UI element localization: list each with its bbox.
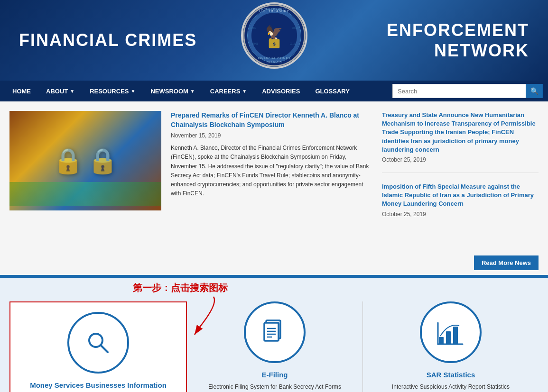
nav-resources[interactable]: RESOURCES▼ [82, 81, 143, 101]
padlock-icon-2: 🔒 [87, 146, 118, 175]
svg-rect-23 [439, 337, 444, 344]
nav-careers[interactable]: CAREERS▼ [203, 81, 254, 101]
efiling-icon-title: E-Filing [262, 371, 288, 379]
site-header: FINANCIAL CRIMES 🦅 $ U.S. TREASURY NETWO… [0, 0, 548, 81]
resources-arrow-icon: ▼ [130, 89, 135, 94]
news-item-2-date: October 25, 2019 [382, 211, 539, 218]
svg-text:NETWORK: NETWORK [266, 60, 281, 63]
about-arrow-icon: ▼ [70, 89, 74, 94]
svg-text:00101: 00101 [290, 43, 296, 45]
document-icon [260, 318, 289, 346]
icons-section: Money Services Businesses Information MS… [0, 278, 548, 392]
icons-area: 第一步：点击搜索图标 Money Services Businesses Inf… [0, 278, 548, 392]
icon-block-sar[interactable]: SAR Statistics Interactive Suspicious Ac… [363, 301, 539, 392]
news-item-2-title[interactable]: Imposition of Fifth Special Measure agai… [382, 182, 539, 209]
svg-text:11001: 11001 [251, 43, 258, 45]
main-nav: HOME ABOUT▼ RESOURCES▼ NEWSROOM▼ CAREERS… [0, 81, 548, 101]
annotation-text: 第一步：点击搜索图标 [133, 282, 228, 294]
padlock-icon-1: 🔒 [53, 146, 84, 175]
logo-circle: 🦅 $ U.S. TREASURY NETWORK 01001 10010 11… [241, 2, 307, 69]
featured-news-date: November 15, 2019 [171, 132, 372, 139]
careers-arrow-icon: ▼ [242, 89, 247, 94]
read-more-row: Read More News [0, 251, 548, 275]
annotation-arrow [171, 294, 228, 339]
svg-rect-24 [446, 331, 451, 344]
nav-newsroom[interactable]: NEWSROOM▼ [143, 81, 202, 101]
featured-news-section: 🔒 🔒 Prepared Remarks of FinCEN Director … [9, 111, 372, 237]
chart-icon [437, 318, 465, 346]
featured-news-image: 🔒 🔒 [9, 111, 161, 210]
nav-glossary[interactable]: GLOSSARY [307, 81, 357, 101]
search-icon [84, 328, 112, 357]
efiling-icon-desc: Electronic Filing System for Bank Secrec… [208, 383, 341, 391]
svg-text:01001: 01001 [250, 27, 256, 29]
news-item-1: Treasury and State Announce New Humanita… [382, 111, 539, 173]
svg-rect-25 [453, 327, 458, 344]
svg-text:FINANCIAL CRIMES: FINANCIAL CRIMES [258, 57, 290, 60]
nav-home[interactable]: HOME [5, 81, 38, 101]
search-input[interactable] [393, 84, 526, 98]
news-item-1-date: October 25, 2019 [382, 156, 539, 163]
svg-text:🦅: 🦅 [265, 25, 283, 42]
msb-icon-circle [67, 312, 129, 374]
news-sidebar: Treasury and State Announce New Humanita… [382, 111, 539, 237]
svg-line-16 [101, 345, 108, 352]
svg-text:ENFORCEMENT: ENFORCEMENT [261, 8, 287, 10]
news-item-1-title[interactable]: Treasury and State Announce New Humanita… [382, 111, 539, 154]
search-box: 🔍 [392, 84, 543, 98]
search-button[interactable]: 🔍 [526, 84, 543, 98]
featured-news-title[interactable]: Prepared Remarks of FinCEN Director Kenn… [171, 111, 372, 129]
news-item-2: Imposition of Fifth Special Measure agai… [382, 182, 539, 227]
sar-icon-desc: Interactive Suspicious Activity Report S… [392, 383, 510, 391]
sar-icon-title: SAR Statistics [427, 371, 475, 379]
svg-text:10010: 10010 [292, 27, 298, 29]
efiling-icon-circle [244, 301, 306, 363]
header-logo: 🦅 $ U.S. TREASURY NETWORK 01001 10010 11… [241, 2, 307, 69]
featured-news-desc: Kenneth A. Blanco, Director of the Finan… [171, 144, 372, 198]
nav-about[interactable]: ABOUT▼ [38, 81, 82, 101]
header-right-title: ENFORCEMENT NETWORK [339, 20, 529, 61]
featured-news-text: Prepared Remarks of FinCEN Director Kenn… [171, 111, 372, 237]
nav-advisories[interactable]: ADVISORIES [254, 81, 307, 101]
icon-block-msb[interactable]: Money Services Businesses Information MS… [9, 301, 187, 392]
main-content: 🔒 🔒 Prepared Remarks of FinCEN Director … [0, 101, 548, 251]
read-more-button[interactable]: Read More News [474, 255, 539, 270]
sar-icon-circle [420, 301, 482, 363]
svg-text:$: $ [273, 41, 276, 46]
msb-icon-title: Money Services Businesses Information [30, 381, 167, 389]
newsroom-arrow-icon: ▼ [190, 89, 195, 94]
header-left-title: FINANCIAL CRIMES [19, 30, 197, 50]
